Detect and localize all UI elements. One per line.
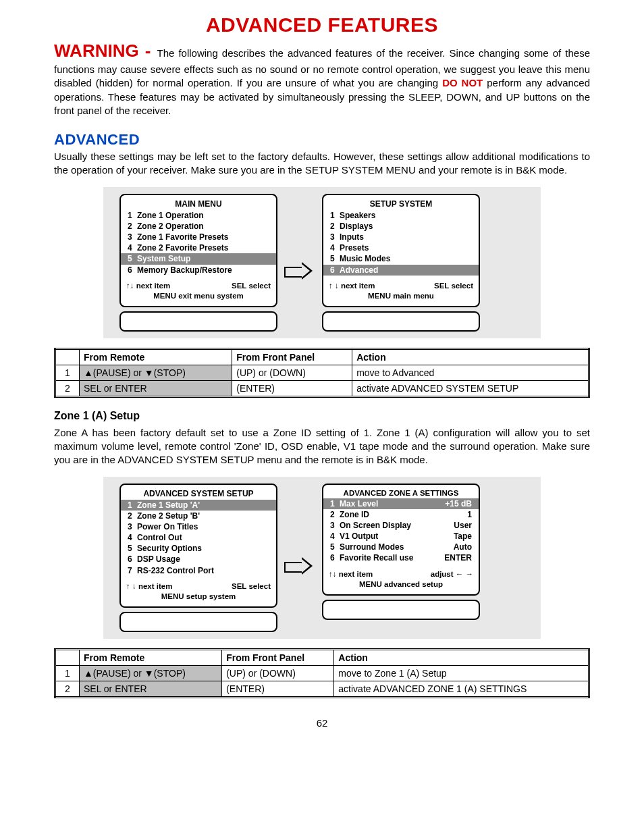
cell-action: activate ADVANCED SYSTEM SETUP: [352, 380, 589, 396]
screen-blank: [119, 311, 277, 332]
screen-area-2: ADVANCED SYSTEM SETUP 1Zone 1 Setup 'A'2…: [103, 477, 541, 639]
cell-action: activate ADVANCED ZONE 1 (A) SETTINGS: [334, 681, 589, 697]
menu-item: 2Zone ID1: [323, 509, 479, 520]
footer-nav: ↑↓ next item: [126, 281, 170, 292]
menu-item-number: 3: [330, 520, 340, 531]
menu-item-value: +15 dB: [445, 498, 472, 509]
menu-item: 3On Screen DisplayUser: [323, 520, 479, 531]
footer-select: SEL select: [232, 581, 271, 592]
menu-item-value: User: [454, 520, 472, 531]
footer-select: SEL select: [232, 281, 271, 292]
advanced-paragraph: Usually these settings may be left set t…: [54, 150, 590, 178]
footer-nav: ↑ ↓ next item: [329, 281, 375, 292]
footer-nav: ↑ ↓ next item: [126, 581, 172, 592]
menu-item: 7RS-232 Control Port: [121, 565, 276, 576]
menu-item-number: 5: [128, 543, 137, 554]
screen-blank: [322, 600, 480, 620]
menu-item-number: 6: [128, 265, 137, 276]
menu-item-label: Advanced: [340, 265, 472, 276]
menu-item-value: 1: [467, 509, 472, 520]
menu-item-number: 2: [128, 221, 137, 232]
cell-panel: (UP) or (DOWN): [232, 365, 352, 380]
menu-item-number: 2: [330, 509, 340, 520]
menu-item: 2Zone 2 Operation: [121, 221, 276, 232]
table-header-panel: From Front Panel: [232, 348, 352, 365]
advanced-setup-screen: ADVANCED SYSTEM SETUP 1Zone 1 Setup 'A'2…: [119, 484, 277, 608]
menu-item: 6Favorite Recall useENTER: [323, 552, 479, 563]
menu-item: 3Inputs: [323, 232, 479, 242]
main-menu-screen: MAIN MENU 1Zone 1 Operation2Zone 2 Opera…: [119, 194, 277, 307]
menu-item: 6Memory Backup/Restore: [121, 265, 276, 276]
table-header-remote: From Remote: [80, 649, 222, 665]
menu-item-label: Memory Backup/Restore: [137, 265, 269, 276]
menu-item: 1Speakers: [323, 210, 479, 221]
screen-blank: [119, 612, 277, 632]
table-row: 1▲(PAUSE) or ▼(STOP)(UP) or (DOWN)move t…: [55, 665, 589, 681]
page-title: ADVANCED FEATURES: [54, 14, 590, 36]
footer-menu: MENU main menu: [329, 291, 473, 302]
screen-title: MAIN MENU: [121, 199, 276, 210]
advanced-heading: ADVANCED: [54, 131, 590, 149]
menu-item-label: Security Options: [137, 543, 269, 554]
menu-item-number: 1: [128, 210, 137, 221]
menu-item-label: Zone 2 Favorite Presets: [137, 242, 269, 253]
zone-a-settings-screen: ADVANCED ZONE A SETTINGS 1Max Level+15 d…: [322, 484, 480, 596]
footer-adjust: adjust ← →: [431, 569, 473, 580]
menu-item-label: Favorite Recall use: [340, 552, 444, 563]
screen-blank: [322, 311, 480, 332]
menu-item-number: 1: [128, 500, 137, 511]
menu-item-label: Presets: [340, 242, 472, 253]
menu-item-label: Speakers: [340, 210, 472, 221]
menu-item: 3Power On Titles: [121, 521, 276, 532]
table-header-action: Action: [334, 649, 589, 665]
menu-item-value: ENTER: [444, 552, 472, 563]
menu-item-label: Max Level: [340, 498, 445, 509]
menu-item: 4Zone 2 Favorite Presets: [121, 242, 276, 253]
footer-nav: ↑↓ next item: [329, 569, 373, 580]
arrow-icon: [284, 246, 315, 280]
menu-item-number: 5: [128, 253, 137, 264]
menu-item: 4Control Out: [121, 532, 276, 543]
menu-item-label: DSP Usage: [137, 554, 269, 565]
menu-item: 2Zone 2 Setup 'B': [121, 511, 276, 521]
menu-item: 4Presets: [323, 242, 479, 253]
menu-item-value: Tape: [454, 531, 472, 542]
row-number: 1: [55, 665, 80, 681]
zone1-heading: Zone 1 (A) Setup: [54, 410, 590, 422]
warning-paragraph: WARNING - The following describes the ad…: [54, 39, 590, 118]
menu-item: 5Surround ModesAuto: [323, 542, 479, 552]
screen-title: ADVANCED SYSTEM SETUP: [121, 489, 276, 500]
table-row: 1▲(PAUSE) or ▼(STOP)(UP) or (DOWN)move t…: [55, 365, 589, 380]
cell-remote: SEL or ENTER: [80, 380, 232, 396]
cell-remote: ▲(PAUSE) or ▼(STOP): [80, 365, 232, 380]
table-header-panel: From Front Panel: [222, 649, 334, 665]
menu-item-label: Zone 2 Operation: [137, 221, 269, 232]
menu-item-label: On Screen Display: [340, 520, 454, 531]
menu-item-label: Surround Modes: [340, 542, 454, 552]
menu-item-label: Displays: [340, 221, 472, 232]
footer-menu: MENU exit menu system: [126, 291, 271, 302]
menu-item-number: 2: [330, 221, 340, 232]
menu-item-label: Inputs: [340, 232, 472, 242]
menu-item: 5Music Modes: [323, 253, 479, 264]
arrow-icon: [284, 541, 315, 575]
menu-item-label: Zone 1 Setup 'A': [137, 500, 269, 511]
page-number: 62: [54, 717, 590, 729]
menu-item-number: 5: [330, 253, 340, 264]
menu-item-number: 6: [330, 552, 340, 563]
menu-item-value: Auto: [454, 542, 472, 552]
cell-remote: SEL or ENTER: [80, 681, 222, 697]
menu-item-label: Zone ID: [340, 509, 467, 520]
menu-item: 6Advanced: [323, 265, 479, 276]
menu-item-label: Power On Titles: [137, 521, 269, 532]
row-number: 2: [55, 380, 80, 396]
cell-panel: (UP) or (DOWN): [222, 665, 334, 681]
menu-item-label: Music Modes: [340, 253, 472, 264]
menu-item: 5System Setup: [121, 253, 276, 264]
cell-action: move to Zone 1 (A) Setup: [334, 665, 589, 681]
menu-item-number: 4: [128, 532, 137, 543]
menu-item-number: 1: [330, 210, 340, 221]
menu-item: 2Displays: [323, 221, 479, 232]
table-header-blank: [55, 649, 80, 665]
warning-label: WARNING -: [54, 41, 157, 61]
